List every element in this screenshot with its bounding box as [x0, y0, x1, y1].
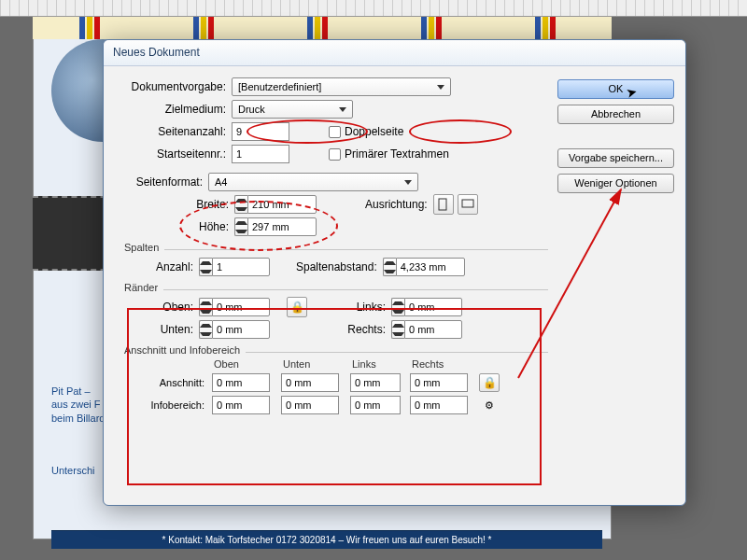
spinner-arrows[interactable] [199, 258, 212, 276]
bleed-col-right: Rechts [410, 358, 475, 370]
cursor-icon: ➤ [625, 83, 641, 103]
less-options-button[interactable]: Weniger Optionen [557, 174, 674, 193]
link-margins-icon[interactable]: 🔒 [287, 297, 307, 317]
primary-frame-label: Primärer Textrahmen [345, 147, 449, 161]
doc-preset-label: Dokumentvorgabe: [124, 80, 232, 93]
bleed-section-label: Anschnitt und Infobereich [124, 344, 246, 356]
columns-count-input[interactable] [212, 258, 270, 276]
chevron-down-icon [435, 81, 446, 92]
start-page-label: Startseitennr.: [124, 147, 232, 161]
orientation-landscape-icon[interactable] [458, 194, 478, 215]
background-text-partial-2: Unterschi [51, 465, 94, 476]
pages-input[interactable] [232, 122, 289, 141]
chevron-down-icon [337, 104, 348, 115]
bleed-col-top: Oben [212, 358, 277, 370]
margin-top-input[interactable] [212, 298, 270, 316]
bleed-col-bot: Unten [281, 358, 346, 370]
cancel-button[interactable]: Abbrechen [557, 105, 674, 124]
svg-rect-0 [439, 199, 446, 210]
svg-rect-1 [462, 200, 473, 207]
page-size-label: Seitenformat: [124, 175, 208, 189]
orientation-label: Ausrichtung: [365, 198, 428, 211]
background-text-partial: Pit Pat – aus zwei F beim Billard [51, 385, 105, 425]
margin-bottom-label: Unten: [124, 323, 199, 336]
bleed-row-label: Anschnitt: [124, 377, 208, 388]
spinner-arrows[interactable] [391, 298, 404, 316]
columns-gutter-spinner[interactable] [383, 258, 465, 276]
bleed-bot-input[interactable] [281, 373, 339, 392]
bleed-right-input[interactable] [410, 373, 468, 392]
spinner-arrows[interactable] [234, 217, 247, 236]
columns-gutter-label: Spaltenabstand: [296, 260, 377, 273]
margin-right-label: Rechts: [345, 323, 391, 336]
intent-label: Zielmedium: [124, 103, 232, 116]
margin-left-spinner[interactable] [391, 298, 462, 316]
primary-frame-checkbox[interactable] [329, 148, 341, 161]
spinner-arrows[interactable] [391, 320, 404, 339]
columns-section-label: Spalten [124, 242, 164, 253]
slug-bot-input[interactable] [281, 396, 339, 414]
facing-pages-label: Doppelseite [345, 125, 403, 138]
dialog-title: Neues Dokument [113, 46, 200, 59]
save-preset-button[interactable]: Vorgabe speichern... [557, 148, 674, 168]
width-input[interactable] [247, 195, 317, 214]
margin-bottom-input[interactable] [212, 320, 270, 339]
margin-left-input[interactable] [404, 298, 462, 316]
ok-button[interactable]: OK ➤ [557, 79, 674, 99]
columns-count-label: Anzahl: [124, 260, 199, 273]
background-flags-decoration [33, 17, 612, 39]
height-label: Höhe: [124, 220, 234, 233]
slug-right-input[interactable] [410, 396, 468, 414]
width-label: Breite: [124, 198, 234, 211]
bleed-left-input[interactable] [350, 373, 401, 392]
slug-icon: ⚙ [479, 399, 500, 412]
spinner-arrows[interactable] [234, 195, 247, 214]
slug-row-label: Infobereich: [124, 399, 208, 411]
margin-right-input[interactable] [404, 320, 462, 339]
columns-gutter-input[interactable] [396, 258, 465, 276]
ruler-horizontal [0, 0, 747, 17]
width-spinner[interactable] [234, 195, 317, 214]
margin-top-spinner[interactable] [199, 298, 270, 316]
background-footer-bar: * Kontakt: Maik Torfstecher 0172 3020814… [51, 530, 602, 549]
height-input[interactable] [247, 217, 317, 236]
columns-count-spinner[interactable] [199, 258, 270, 276]
spinner-arrows[interactable] [383, 258, 396, 276]
orientation-portrait-icon[interactable] [433, 194, 454, 215]
page-size-dropdown[interactable]: A4 [208, 173, 418, 191]
doc-preset-dropdown[interactable]: [Benutzerdefiniert] [232, 77, 451, 96]
bleed-col-left: Links [350, 358, 406, 370]
new-document-dialog: Neues Dokument Dokumentvorgabe: [Benutze… [103, 39, 686, 506]
facing-pages-checkbox[interactable] [329, 126, 341, 138]
chevron-down-icon [402, 176, 414, 188]
slug-top-input[interactable] [212, 396, 270, 414]
intent-dropdown[interactable]: Druck [232, 100, 353, 119]
pages-label: Seitenanzahl: [124, 125, 232, 138]
margin-right-spinner[interactable] [391, 320, 462, 339]
spinner-arrows[interactable] [199, 298, 212, 316]
dialog-titlebar[interactable]: Neues Dokument [104, 40, 685, 66]
link-bleed-icon[interactable]: 🔒 [479, 373, 500, 392]
margins-section-label: Ränder [124, 282, 163, 293]
bleed-top-input[interactable] [212, 373, 270, 392]
margin-top-label: Oben: [124, 301, 199, 314]
slug-left-input[interactable] [350, 396, 401, 414]
margin-bottom-spinner[interactable] [199, 320, 270, 339]
spinner-arrows[interactable] [199, 320, 212, 339]
margin-left-label: Links: [345, 301, 391, 314]
height-spinner[interactable] [234, 217, 317, 236]
start-page-input[interactable] [232, 145, 289, 163]
